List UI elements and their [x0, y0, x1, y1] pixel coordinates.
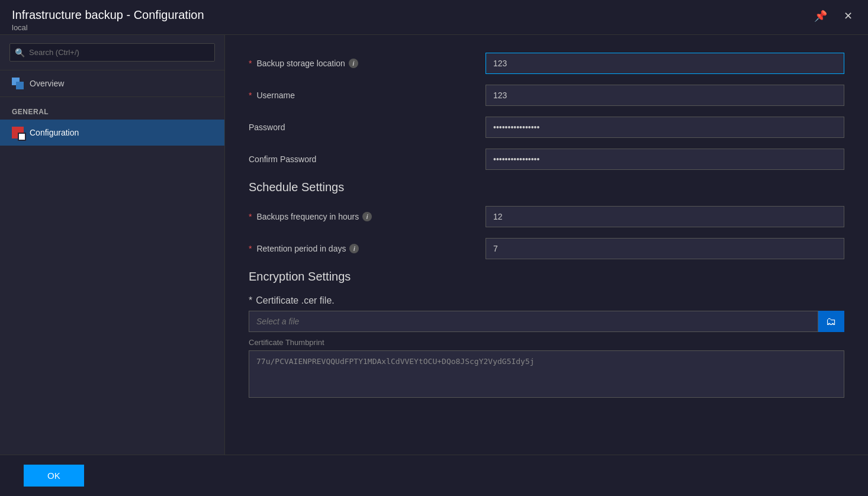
ok-button[interactable]: OK: [24, 465, 84, 487]
confirm-password-label: Confirm Password: [249, 154, 486, 164]
retention-period-label: * Retention period in days i: [249, 244, 486, 253]
required-star-cert: *: [249, 295, 252, 306]
username-row: * Username: [249, 85, 844, 106]
backup-storage-info-icon: i: [349, 59, 358, 68]
file-row: 🗂: [249, 311, 844, 332]
backup-frequency-input[interactable]: [486, 206, 844, 227]
sidebar-item-configuration-label: Configuration: [30, 128, 79, 137]
sidebar-section-general: GENERAL: [0, 99, 224, 120]
config-icon: [12, 127, 24, 139]
certificate-file-input[interactable]: [249, 311, 818, 332]
main-layout: 🔍 Overview GENERAL Configuration: [0, 35, 868, 455]
title-bar-controls: 📌 ✕: [811, 8, 856, 24]
sidebar-item-overview-label: Overview: [30, 79, 64, 88]
password-input[interactable]: [486, 117, 844, 138]
window-title: Infrastructure backup - Configuration: [12, 8, 204, 22]
password-row: Password: [249, 117, 844, 138]
required-star-username: *: [249, 91, 252, 100]
retention-period-input[interactable]: [486, 238, 844, 259]
username-label: * Username: [249, 91, 486, 100]
sidebar: 🔍 Overview GENERAL Configuration: [0, 35, 225, 455]
close-button[interactable]: ✕: [840, 8, 856, 24]
backup-frequency-info-icon: i: [362, 212, 372, 221]
required-star-retention: *: [249, 244, 252, 253]
browse-button[interactable]: 🗂: [818, 311, 844, 332]
pin-button[interactable]: 📌: [811, 8, 831, 24]
thumbprint-textarea[interactable]: 77u/PCVAIENPREVQQUdFPTY1MDAxlCdVVEYtOCU+…: [249, 350, 844, 398]
overview-icon: [12, 78, 24, 89]
encryption-settings-heading: Encryption Settings: [249, 270, 844, 284]
browse-icon: 🗂: [826, 315, 837, 328]
confirm-password-input[interactable]: [486, 149, 844, 170]
backup-frequency-row: * Backups frequency in hours i: [249, 206, 844, 227]
backup-storage-label: * Backup storage location i: [249, 59, 486, 68]
thumbprint-label: Certificate Thumbprint: [249, 338, 844, 347]
cert-label: Certificate .cer file.: [256, 295, 334, 306]
search-bar: 🔍: [0, 35, 224, 70]
retention-period-row: * Retention period in days i: [249, 238, 844, 259]
backup-storage-row: * Backup storage location i: [249, 53, 844, 74]
sidebar-item-overview[interactable]: Overview: [0, 70, 224, 96]
window-subtitle: local: [12, 23, 204, 32]
search-icon: 🔍: [15, 48, 25, 57]
certificate-section: * Certificate .cer file. 🗂 Certificate T…: [249, 295, 844, 400]
sidebar-divider: [0, 96, 224, 97]
bottom-bar: OK: [0, 455, 868, 496]
backup-frequency-label: * Backups frequency in hours i: [249, 212, 486, 221]
cert-label-row: * Certificate .cer file.: [249, 295, 844, 306]
schedule-settings-heading: Schedule Settings: [249, 181, 844, 194]
title-bar: Infrastructure backup - Configuration lo…: [0, 0, 868, 35]
required-star-freq: *: [249, 212, 252, 221]
retention-period-info-icon: i: [349, 244, 359, 253]
username-input[interactable]: [486, 85, 844, 106]
sidebar-item-configuration[interactable]: Configuration: [0, 120, 224, 146]
title-bar-left: Infrastructure backup - Configuration lo…: [12, 8, 204, 32]
search-input[interactable]: [9, 43, 215, 62]
backup-storage-input[interactable]: [486, 53, 844, 74]
main-window: Infrastructure backup - Configuration lo…: [0, 0, 868, 496]
content-area: * Backup storage location i * Username P…: [225, 35, 868, 455]
password-label: Password: [249, 123, 486, 132]
confirm-password-row: Confirm Password: [249, 149, 844, 170]
required-star: *: [249, 59, 252, 68]
